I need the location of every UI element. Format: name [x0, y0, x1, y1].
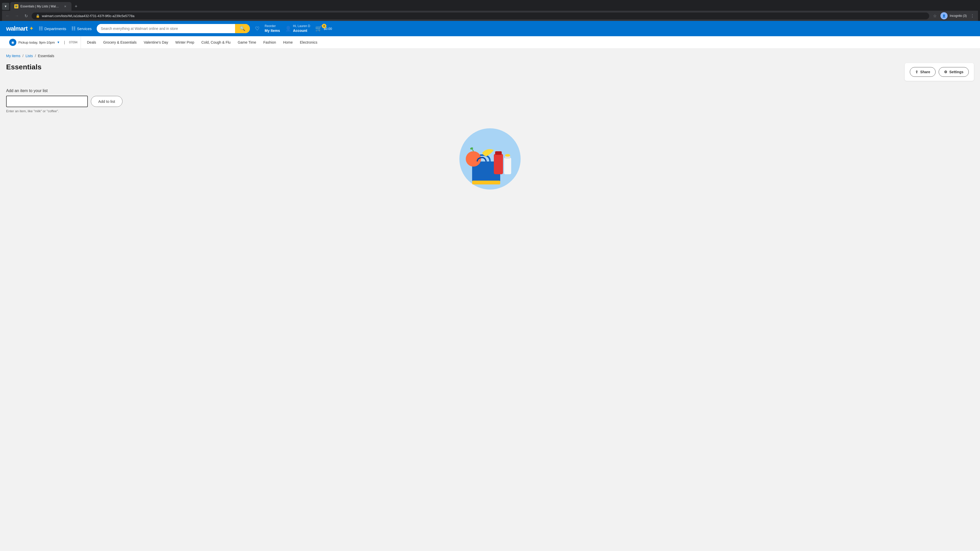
account-greeting: Hi, Lauren D [293, 24, 310, 28]
add-item-section: Add an item to your list Add to list Ent… [6, 89, 974, 113]
url-text: walmart.com/lists/WL/a1daa432-f731-437f-… [42, 14, 925, 18]
search-btn[interactable]: 🔍 [235, 24, 250, 33]
tab-title: Essentials | My Lists | Walmart.c... [21, 5, 61, 8]
grid-icon: ☷ [39, 26, 43, 32]
tab-close-btn[interactable]: ✕ [63, 4, 67, 9]
page-header: Essentials ⇪ Share ⚙ Settings [6, 63, 974, 81]
account-label: Account [293, 28, 310, 33]
account-icon: 👤 [285, 25, 291, 32]
new-tab-btn[interactable]: + [73, 3, 80, 10]
cart-btn[interactable]: 🛒 0 $0.00 [315, 25, 332, 32]
page-title: Essentials [6, 63, 41, 71]
wishlist-btn[interactable]: ♡ [255, 25, 259, 32]
add-item-label: Add an item to your list [6, 89, 974, 93]
active-tab[interactable]: W Essentials | My Lists | Walmart.c... ✕ [10, 2, 72, 11]
lock-icon: 🔒 [36, 14, 40, 18]
reorder-my-items-btn[interactable]: Reorder My Items [265, 24, 280, 33]
svg-point-8 [505, 154, 510, 157]
services-btn[interactable]: ☷ Services [72, 26, 92, 32]
breadcrumb-myitems[interactable]: My items [6, 54, 21, 58]
my-items-label: My Items [265, 28, 280, 33]
nav-cold-cough[interactable]: Cold, Cough & Flu [198, 37, 234, 48]
tab-favicon: W [14, 4, 18, 8]
departments-label: Departments [45, 27, 66, 31]
account-btn[interactable]: 👤 Hi, Lauren D Account [285, 24, 310, 33]
nav-deals[interactable]: Deals [84, 37, 99, 48]
settings-label: Settings [950, 70, 963, 74]
nav-grocery[interactable]: Grocery & Essentials [100, 37, 140, 48]
svg-rect-9 [472, 181, 500, 184]
bookmark-btn[interactable]: ☆ [931, 12, 939, 19]
add-to-list-btn[interactable]: Add to list [91, 96, 123, 107]
reload-btn[interactable]: ↻ [22, 12, 30, 19]
tab-switcher[interactable]: ▼ [2, 3, 9, 10]
settings-icon: ⚙ [944, 70, 947, 74]
search-icon: 🔍 [240, 26, 245, 32]
share-label: Share [920, 70, 930, 74]
services-icon: ☷ [72, 26, 76, 32]
nav-valentines[interactable]: Valentine's Day [141, 37, 171, 48]
add-item-input[interactable] [6, 96, 88, 107]
address-bar-row: ← → ↻ 🔒 walmart.com/lists/WL/a1daa432-f7… [2, 11, 978, 21]
nav-fashion[interactable]: Fashion [260, 37, 279, 48]
nav-bar: ◉ Pickup today, 9pm-10pm ▼ | 07094 Deals… [0, 36, 980, 49]
breadcrumb-current: Essentials [38, 54, 54, 58]
nav-game-time[interactable]: Game Time [234, 37, 259, 48]
svg-rect-4 [494, 154, 503, 174]
walmart-logo[interactable]: walmart ✦ [6, 25, 34, 32]
tab-bar: ▼ W Essentials | My Lists | Walmart.c...… [2, 2, 978, 11]
walmart-wordmark: walmart [6, 25, 27, 32]
search-bar: 🔍 [97, 24, 250, 33]
add-item-row: Add to list [6, 96, 974, 107]
services-label: Services [77, 27, 92, 31]
header-right: ♡ Reorder My Items 👤 Hi, Lauren D Accoun… [255, 24, 332, 33]
add-item-hint: Enter an item, like "milk" or "coffee". [6, 109, 974, 113]
heart-icon: ♡ [255, 25, 259, 32]
departments-btn[interactable]: ☷ Departments [39, 26, 66, 32]
incognito-label: Incognito (3) [950, 14, 967, 17]
nav-home[interactable]: Home [280, 37, 296, 48]
share-icon: ⇪ [915, 70, 918, 74]
breadcrumb-sep-2: / [35, 54, 36, 58]
cart-icon: 🛒 [315, 25, 322, 32]
settings-btn[interactable]: ⚙ Settings [939, 67, 969, 77]
reorder-label: Reorder [265, 24, 280, 28]
profile-icon: 👤 [942, 14, 946, 17]
cart-badge: 0 [322, 24, 326, 28]
illustration-area [6, 121, 974, 192]
zip-code: 07094 [69, 41, 77, 44]
search-input[interactable] [97, 24, 235, 33]
forward-btn[interactable]: → [13, 12, 21, 19]
svg-rect-5 [495, 151, 502, 155]
nav-winter-prep[interactable]: Winter Prep [172, 37, 197, 48]
store-icon: ◉ [9, 39, 16, 46]
address-bar[interactable]: 🔒 walmart.com/lists/WL/a1daa432-f731-437… [32, 13, 929, 19]
profile-btn[interactable]: 👤 [940, 12, 948, 19]
breadcrumb-sep-1: / [22, 54, 24, 58]
spark-icon: ✦ [29, 25, 34, 32]
main-content: My items / Lists / Essentials Essentials… [0, 49, 980, 549]
share-btn[interactable]: ⇪ Share [910, 67, 935, 77]
nav-electronics[interactable]: Electronics [297, 37, 320, 48]
browser-menu-btn[interactable]: ⋮ [969, 12, 976, 19]
back-btn[interactable]: ← [4, 12, 11, 19]
grocery-svg [449, 126, 531, 192]
breadcrumb-lists[interactable]: Lists [25, 54, 33, 58]
browser-chrome: ▼ W Essentials | My Lists | Walmart.c...… [0, 0, 980, 21]
walmart-header: walmart ✦ ☷ Departments ☷ Services 🔍 ♡ R… [0, 21, 980, 36]
svg-rect-6 [504, 158, 511, 174]
pickup-text: Pickup today, 9pm-10pm [18, 41, 55, 44]
grocery-illustration [449, 126, 531, 192]
page-actions: ⇪ Share ⚙ Settings [905, 63, 974, 81]
pickup-selector[interactable]: ◉ Pickup today, 9pm-10pm ▼ | 07094 [6, 36, 81, 48]
chevron-down-icon: ▼ [57, 41, 60, 44]
breadcrumb: My items / Lists / Essentials [6, 54, 974, 58]
